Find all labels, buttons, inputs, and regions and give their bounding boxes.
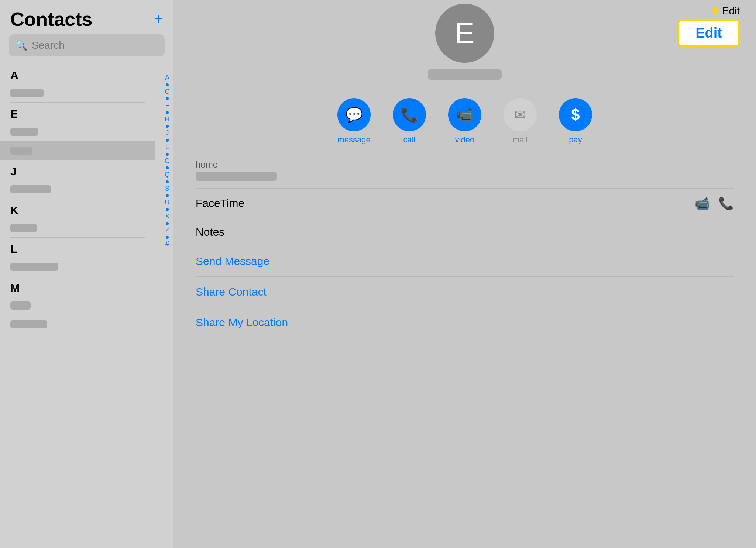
alpha-x[interactable]: X <box>165 213 169 221</box>
notes-label: Notes <box>196 226 224 238</box>
alpha-dot <box>166 111 169 114</box>
alphabet-index: A C F H J L O Q S U X Z # <box>165 74 170 248</box>
message-button-circle: 💬 <box>337 98 371 131</box>
alpha-dot <box>166 236 169 239</box>
call-button-label: call <box>403 135 415 145</box>
facetime-label: FaceTime <box>196 197 244 210</box>
annotation-row: Edit <box>712 5 740 17</box>
share-location-link[interactable]: Share My Location <box>196 316 288 328</box>
alpha-z[interactable]: Z <box>165 227 169 235</box>
list-item[interactable] <box>0 258 155 276</box>
alpha-a[interactable]: A <box>165 74 169 82</box>
annotation-dot <box>712 8 718 14</box>
alpha-s[interactable]: S <box>165 185 169 193</box>
sidebar-header: Contacts + <box>0 0 173 34</box>
video-button-label: video <box>455 135 475 145</box>
facetime-phone-icon[interactable]: 📞 <box>718 196 734 211</box>
alpha-l[interactable]: L <box>165 143 169 151</box>
pay-button-circle: $ <box>559 98 592 131</box>
alpha-dot <box>166 97 169 100</box>
annotation-label: Edit <box>722 5 740 17</box>
alpha-dot <box>166 125 169 128</box>
facetime-row: FaceTime 📹 📞 <box>196 189 734 218</box>
facetime-video-icon[interactable]: 📹 <box>694 196 709 211</box>
section-header-j: J <box>0 160 155 180</box>
list-item[interactable] <box>0 141 155 160</box>
sidebar-title: Contacts <box>10 9 92 30</box>
alpha-dot <box>166 194 169 197</box>
mail-button-label: mail <box>513 135 528 145</box>
alpha-dot <box>166 222 169 225</box>
share-contact-row[interactable]: Share Contact <box>196 277 734 307</box>
contact-name-blur <box>428 69 502 80</box>
alpha-dot <box>166 83 169 86</box>
contacts-list: A E J K L M <box>0 64 173 548</box>
alpha-dot <box>166 208 169 211</box>
contact-avatar-section: E <box>173 0 756 87</box>
share-contact-link[interactable]: Share Contact <box>196 286 267 298</box>
video-action-button[interactable]: 📹 video <box>448 98 481 145</box>
send-message-link[interactable]: Send Message <box>196 255 269 267</box>
section-header-e: E <box>0 103 155 123</box>
message-action-button[interactable]: 💬 message <box>337 98 371 145</box>
section-header-k: K <box>0 199 155 219</box>
section-header-m: M <box>0 276 155 296</box>
message-button-label: message <box>337 135 370 145</box>
pay-button-label: pay <box>569 135 582 145</box>
list-item[interactable] <box>0 315 155 334</box>
section-header-l: L <box>0 238 155 258</box>
alpha-c[interactable]: C <box>165 88 169 96</box>
alpha-dot <box>166 153 169 156</box>
alpha-hash[interactable]: # <box>165 240 169 248</box>
sidebar: Contacts + 🔍 A E J K <box>0 0 173 548</box>
search-bar[interactable]: 🔍 <box>9 34 165 56</box>
mail-icon: ✉ <box>514 107 526 123</box>
message-icon: 💬 <box>346 107 363 123</box>
mail-action-button[interactable]: ✉ mail <box>504 98 537 145</box>
mail-button-circle: ✉ <box>504 98 537 131</box>
alpha-dot <box>166 139 169 142</box>
search-icon: 🔍 <box>16 40 27 51</box>
alpha-dot <box>166 166 169 169</box>
list-item[interactable] <box>0 180 155 199</box>
share-location-row[interactable]: Share My Location <box>196 307 734 338</box>
alpha-f[interactable]: F <box>165 101 169 110</box>
home-label: home <box>196 159 734 170</box>
alpha-q[interactable]: Q <box>165 171 170 179</box>
list-item[interactable] <box>0 84 155 102</box>
avatar: E <box>435 4 494 63</box>
call-action-button[interactable]: 📞 call <box>393 98 426 145</box>
list-item[interactable] <box>0 219 155 237</box>
section-header-a: A <box>0 64 155 84</box>
search-input[interactable] <box>32 39 158 51</box>
list-item[interactable] <box>0 123 155 141</box>
video-icon: 📹 <box>456 107 474 123</box>
detail-panel: Edit Edit E 💬 message 📞 call 📹 video <box>173 0 756 548</box>
list-item[interactable] <box>0 296 155 315</box>
pay-icon: $ <box>571 106 580 124</box>
alpha-u[interactable]: U <box>165 199 169 207</box>
pay-action-button[interactable]: $ pay <box>559 98 592 145</box>
alpha-h[interactable]: H <box>165 116 169 124</box>
edit-annotation: Edit Edit <box>678 5 740 47</box>
home-info-row: home <box>196 152 734 189</box>
facetime-icons: 📹 📞 <box>694 196 734 211</box>
action-buttons: 💬 message 📞 call 📹 video ✉ mail $ <box>173 87 756 152</box>
alpha-dot <box>166 180 169 183</box>
home-value-blur <box>196 172 277 181</box>
notes-row: Notes <box>196 218 734 246</box>
video-button-circle: 📹 <box>448 98 481 131</box>
alpha-o[interactable]: O <box>165 157 170 165</box>
add-contact-button[interactable]: + <box>154 9 163 27</box>
info-section: home FaceTime 📹 📞 Notes Send Message Sha… <box>173 152 756 338</box>
send-message-row[interactable]: Send Message <box>196 246 734 277</box>
alpha-j[interactable]: J <box>165 129 169 137</box>
edit-button[interactable]: Edit <box>678 19 740 47</box>
call-button-circle: 📞 <box>393 98 426 131</box>
call-icon: 📞 <box>401 107 418 123</box>
